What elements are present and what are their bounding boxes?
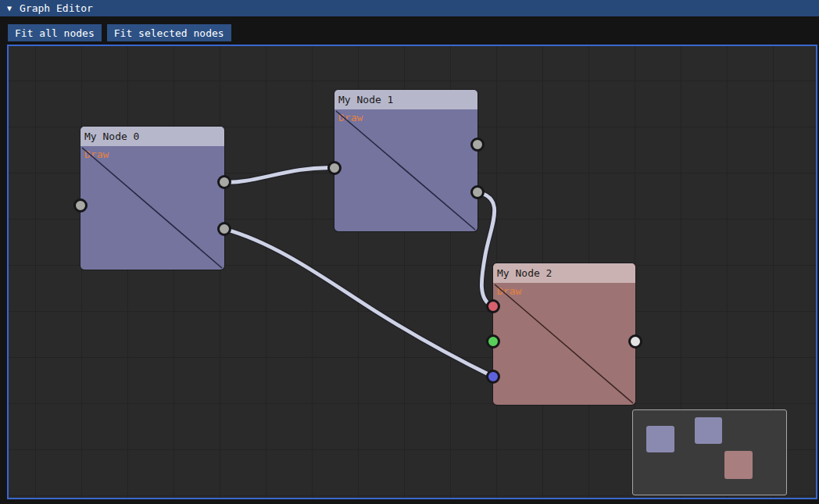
node-my-node-1[interactable]: My Node 1Draw — [334, 90, 477, 231]
window-titlebar[interactable]: ▼ Graph Editor — [0, 0, 819, 16]
pin-my-node-1-output-1[interactable] — [470, 185, 485, 199]
node-draw-label: Draw — [497, 285, 521, 297]
collapse-arrow-icon: ▼ — [7, 5, 12, 13]
pin-my-node-0-input[interactable] — [73, 198, 88, 213]
app-window: { "window": { "title": "Graph Editor", "… — [0, 0, 819, 504]
minimap-node — [695, 417, 722, 444]
node-header[interactable]: My Node 2 — [493, 263, 635, 283]
minimap-node — [646, 426, 674, 452]
fit-selected-nodes-button[interactable]: Fit selected nodes — [107, 24, 231, 41]
pin-my-node-0-output-1[interactable] — [217, 222, 231, 236]
pin-my-node-2-input-green[interactable] — [486, 334, 500, 349]
pin-my-node-1-input[interactable] — [327, 161, 342, 175]
node-header[interactable]: My Node 0 — [80, 127, 224, 146]
pin-my-node-2-input-red[interactable] — [486, 299, 500, 313]
node-header[interactable]: My Node 1 — [334, 90, 477, 109]
pin-my-node-0-output-0[interactable] — [217, 175, 231, 189]
minimap[interactable] — [632, 409, 787, 495]
window-title: Graph Editor — [20, 2, 93, 14]
minimap-node — [724, 451, 753, 479]
pin-my-node-1-output-0[interactable] — [470, 138, 485, 152]
node-draw-label: Draw — [84, 148, 109, 160]
fit-all-nodes-button[interactable]: Fit all nodes — [8, 24, 102, 41]
node-my-node-0[interactable]: My Node 0Draw — [80, 127, 224, 270]
pin-my-node-2-output[interactable] — [628, 334, 642, 349]
toolbar: Fit all nodes Fit selected nodes — [8, 24, 231, 41]
node-draw-label: Draw — [338, 112, 363, 123]
pin-my-node-2-input-blue[interactable] — [486, 370, 500, 384]
node-my-node-2[interactable]: My Node 2Draw — [493, 263, 635, 405]
